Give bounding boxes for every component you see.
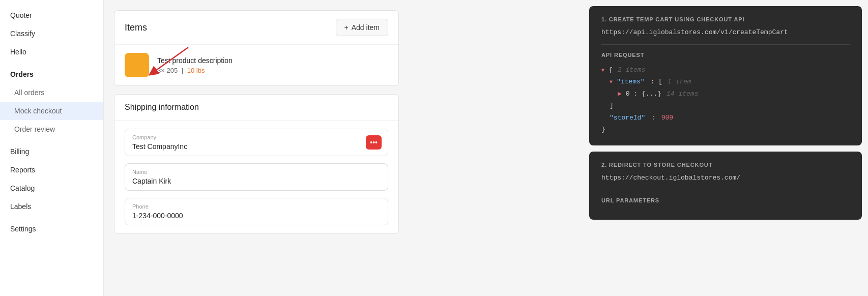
api-request-label: API REQUEST — [601, 52, 850, 58]
sidebar-item-order-review[interactable]: Order review — [0, 120, 103, 138]
sidebar-item-label: Orders — [10, 70, 34, 78]
product-meta: 3× 205 | 10 lbs — [157, 67, 388, 74]
shipping-card: Shipping information Company Test Compan… — [114, 94, 399, 234]
code-arrow-down: ▼ — [601, 66, 604, 75]
sidebar-item-mock-checkout[interactable]: Mock checkout — [0, 102, 103, 120]
separator: | — [182, 67, 185, 74]
code-bracket-close: ] — [610, 100, 614, 111]
code-arrow-down-2: ▼ — [610, 78, 613, 87]
sidebar-item-labels[interactable]: Labels — [0, 197, 103, 216]
sidebar-item-label: Catalog — [10, 184, 35, 192]
product-quantity: 3× 205 — [157, 67, 178, 74]
code-brace-open: { — [609, 64, 613, 76]
code-line-6: } — [601, 124, 850, 135]
product-name: Test product description — [157, 56, 388, 65]
sidebar-item-hello[interactable]: Hello — [0, 43, 103, 61]
product-weight: 10 lbs — [187, 67, 205, 74]
api-card-2: 2. REDIRECT TO STORE CHECKOUT https://ch… — [589, 152, 862, 220]
company-field[interactable]: Company Test CompanyInc ••• — [125, 129, 388, 156]
items-card-header: Items + Add item — [114, 11, 398, 45]
main-content: Items + Add item Te — [104, 0, 583, 296]
sidebar-item-quoter[interactable]: Quoter — [0, 6, 103, 24]
sidebar-item-catalog[interactable]: Catalog — [0, 179, 103, 197]
code-comment-2: 1 item — [668, 76, 691, 87]
phone-field[interactable]: Phone 1-234-000-0000 — [125, 198, 388, 225]
company-value: Test CompanyInc — [132, 142, 381, 151]
product-thumbnail — [125, 53, 149, 77]
sidebar: Quoter Classify Hello Orders All orders … — [0, 0, 104, 296]
shipping-header: Shipping information — [114, 95, 398, 121]
name-label: Name — [132, 169, 381, 175]
shipping-title: Shipping information — [125, 103, 199, 111]
product-info: Test product description 3× 205 | 10 lbs — [157, 56, 388, 74]
api-divider-1 — [601, 44, 850, 45]
dots-icon: ••• — [370, 138, 378, 146]
sidebar-item-orders[interactable]: Orders — [0, 65, 103, 83]
code-comment-3: 14 items — [667, 88, 698, 100]
sidebar-item-label: All orders — [14, 88, 44, 97]
code-value-storeid: 909 — [661, 112, 673, 124]
api-url-1: https://api.iglobalstores.com/v1/createT… — [601, 28, 850, 36]
api-card-1: 1. CREATE TEMP CART USING CHECKOUT API h… — [589, 6, 862, 145]
api-code-block: ▼ { 2 items ▼ "items" : [ 1 item ▶ 0 : {… — [601, 64, 850, 135]
code-line-2: ▼ "items" : [ 1 item — [601, 76, 850, 87]
code-line-1: ▼ { 2 items — [601, 64, 850, 76]
center-panel: Items + Add item Te — [114, 10, 399, 234]
code-item-content: 0 : {...} — [626, 88, 661, 100]
sidebar-item-label: Reports — [10, 166, 35, 174]
code-comment-1: 2 items — [618, 64, 646, 76]
code-brace-close: } — [601, 124, 605, 135]
name-field[interactable]: Name Captain Kirk — [125, 163, 388, 191]
api-title-1: 1. CREATE TEMP CART USING CHECKOUT API — [601, 16, 850, 22]
code-triangle-right: ▶ — [618, 88, 622, 100]
code-key-items: "items" — [617, 76, 645, 87]
company-field-actions: ••• — [366, 135, 382, 150]
api-title-2: 2. REDIRECT TO STORE CHECKOUT — [601, 162, 850, 168]
sidebar-item-label: Hello — [10, 48, 26, 56]
sidebar-item-classify[interactable]: Classify — [0, 24, 103, 43]
sidebar-item-reports[interactable]: Reports — [0, 161, 103, 179]
right-panel: 1. CREATE TEMP CART USING CHECKOUT API h… — [583, 0, 868, 296]
add-item-label: Add item — [352, 23, 380, 32]
code-colon-2: : — [647, 112, 659, 124]
company-label: Company — [132, 134, 381, 140]
product-row: Test product description 3× 205 | 10 lbs — [114, 45, 398, 85]
api-url-2: https://checkout.iglobalstores.com/ — [601, 174, 850, 182]
sidebar-item-all-orders[interactable]: All orders — [0, 83, 103, 102]
form-fields: Company Test CompanyInc ••• Name Captain… — [114, 121, 398, 233]
add-item-button[interactable]: + Add item — [336, 19, 388, 36]
sidebar-item-label: Billing — [10, 147, 29, 156]
phone-label: Phone — [132, 203, 381, 210]
sidebar-item-label: Labels — [10, 202, 31, 211]
sidebar-item-label: Quoter — [10, 11, 32, 19]
sidebar-item-label: Settings — [10, 225, 36, 233]
sidebar-item-billing[interactable]: Billing — [0, 142, 103, 161]
code-key-storeid: "storeId" — [610, 112, 645, 124]
code-line-5: "storeId" : 909 — [601, 112, 850, 124]
items-title: Items — [125, 22, 147, 33]
code-colon-1: : [ — [647, 76, 662, 87]
url-params-label: URL PARAMETERS — [601, 197, 850, 203]
api-divider-2 — [601, 190, 850, 190]
code-line-3: ▶ 0 : {...} 14 items — [601, 88, 850, 100]
sidebar-item-label: Order review — [14, 125, 55, 133]
items-card: Items + Add item Te — [114, 10, 399, 86]
sidebar-item-settings[interactable]: Settings — [0, 220, 103, 238]
company-dots-button[interactable]: ••• — [366, 135, 382, 150]
phone-value: 1-234-000-0000 — [132, 212, 381, 220]
code-line-4: ] — [601, 100, 850, 111]
sidebar-item-label: Classify — [10, 29, 35, 38]
plus-icon: + — [344, 23, 349, 32]
sidebar-item-label: Mock checkout — [14, 107, 62, 115]
name-value: Captain Kirk — [132, 177, 381, 185]
